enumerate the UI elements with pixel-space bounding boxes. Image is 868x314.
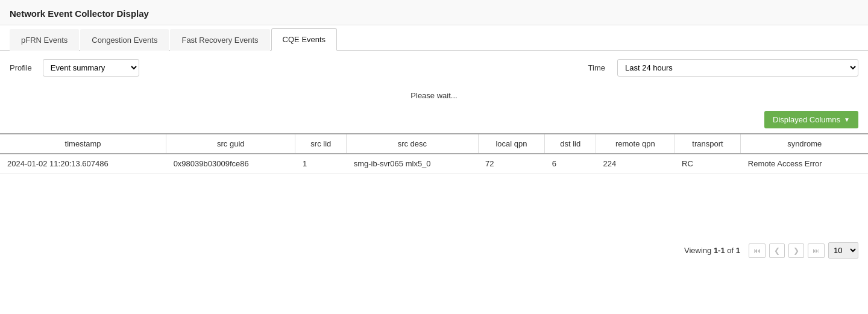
col-timestamp: timestamp (0, 134, 166, 154)
table-row: 2024-01-02 11:20:13.607486 0x98039b03009… (0, 154, 868, 174)
displayed-columns-row: Displayed Columns ▼ (0, 107, 868, 133)
cell-src-lid: 1 (295, 154, 347, 174)
controls-row: Profile Event summary Time Last 24 hours… (0, 51, 868, 85)
next-page-button[interactable]: ❯ (788, 243, 804, 258)
displayed-columns-label: Displayed Columns (773, 115, 840, 124)
per-page-select[interactable]: 10 25 50 100 (828, 242, 858, 259)
prev-page-button[interactable]: ❮ (769, 243, 785, 258)
col-syndrome: syndrome (741, 134, 868, 154)
please-wait-text: Please wait... (0, 85, 868, 107)
table-container: timestamp src guid src lid src desc loca… (0, 133, 868, 174)
cell-local-qpn: 72 (478, 154, 545, 174)
profile-label: Profile (10, 63, 32, 72)
col-src-guid: src guid (166, 134, 295, 154)
cell-src-guid: 0x98039b03009fce86 (166, 154, 295, 174)
cell-src-desc: smg-ib-svr065 mlx5_0 (347, 154, 478, 174)
tab-congestion[interactable]: Congestion Events (80, 29, 169, 51)
last-page-button[interactable]: ⏭ (808, 243, 825, 258)
tab-fast-recovery[interactable]: Fast Recovery Events (170, 29, 269, 51)
table-header-row: timestamp src guid src lid src desc loca… (0, 134, 868, 154)
app-header: Network Event Collector Display (0, 0, 868, 25)
tabs-bar: pFRN Events Congestion Events Fast Recov… (0, 28, 868, 51)
col-src-lid: src lid (295, 134, 347, 154)
chevron-down-icon: ▼ (844, 116, 850, 123)
cell-remote-qpn: 224 (596, 154, 675, 174)
tab-pfrn[interactable]: pFRN Events (10, 29, 79, 51)
col-src-desc: src desc (347, 134, 478, 154)
cell-transport: RC (675, 154, 741, 174)
col-transport: transport (675, 134, 741, 154)
col-remote-qpn: remote qpn (596, 134, 675, 154)
col-local-qpn: local qpn (478, 134, 545, 154)
profile-select[interactable]: Event summary (43, 59, 139, 77)
cell-timestamp: 2024-01-02 11:20:13.607486 (0, 154, 166, 174)
first-page-button[interactable]: ⏮ (749, 243, 766, 258)
pagination-row: Viewing 1-1 of 1 ⏮ ❮ ❯ ⏭ 10 25 50 100 (0, 234, 868, 267)
app-title: Network Event Collector Display (10, 8, 149, 19)
cell-syndrome: Remote Access Error (741, 154, 868, 174)
cell-dst-lid: 6 (545, 154, 596, 174)
viewing-text: Viewing 1-1 of 1 (684, 246, 740, 255)
tab-cqe[interactable]: CQE Events (271, 28, 338, 51)
data-table: timestamp src guid src lid src desc loca… (0, 133, 868, 174)
time-select[interactable]: Last 24 hours Last 1 hour Last 6 hours L… (617, 59, 858, 77)
col-dst-lid: dst lid (545, 134, 596, 154)
displayed-columns-button[interactable]: Displayed Columns ▼ (764, 111, 858, 128)
time-label: Time (588, 63, 605, 72)
